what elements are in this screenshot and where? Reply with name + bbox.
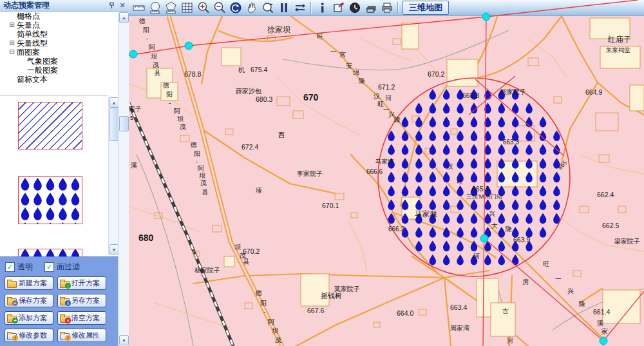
save-as-plan-button[interactable]: i另存方案 [57, 294, 106, 307]
open-plan-button[interactable]: ↓打开方案 [57, 276, 106, 290]
map-label: 666.6 [366, 168, 383, 175]
map-label: 662.5 [602, 222, 619, 229]
modify-params-button[interactable]: /修改参数 [5, 329, 53, 342]
map-viewport[interactable]: 徐家坝红庙子朱家祠堂机675.4薛家沙包680.3678.8670671.267… [129, 16, 644, 346]
tree-item-2[interactable]: 简单线型 [0, 30, 118, 39]
map-label: 茂 [153, 61, 159, 68]
map-label: 县 [202, 188, 209, 195]
map-label: 坝 [151, 53, 157, 60]
modify-props-button[interactable]: /修改属性 [57, 329, 106, 342]
map-label: 摇钱树 [321, 292, 342, 300]
map-label: 663.3 [503, 139, 519, 146]
map-label: 阳 [143, 26, 149, 34]
plan-manager-panel: 动态预案管理 ✕ 栅格点⊞矢量点简单线型⊞矢量线型⊟面图案气象图案一般图案箭标文… [0, 0, 129, 346]
map-label: 隆 [359, 77, 365, 84]
tree-item-label: 简单线型 [17, 30, 48, 39]
pan-hand-icon[interactable] [243, 0, 260, 15]
map-label: 兴 [489, 210, 495, 217]
measure-area-icon[interactable] [163, 0, 179, 15]
map-label: 河 [507, 337, 513, 344]
map-label: 汉 [374, 93, 380, 100]
map-label: 大 [491, 222, 498, 229]
tree-item-0[interactable]: 栅格点 [0, 12, 118, 21]
checkbox-box[interactable]: ✓ [44, 262, 54, 272]
scroll-down-icon[interactable]: ▼ [109, 244, 118, 255]
tree-item-6[interactable]: 一般图案 [0, 66, 118, 75]
map-label: 河 [473, 253, 480, 260]
checkbox-box[interactable]: ✓ [5, 262, 15, 272]
expand-icon[interactable]: ⊞ [8, 22, 15, 29]
expand-icon[interactable]: ⊞ [8, 40, 15, 47]
map-label: 阿 [174, 108, 180, 115]
close-icon[interactable]: ✕ [118, 1, 127, 10]
zoom-out-icon[interactable] [211, 0, 227, 15]
collapse-icon[interactable]: ⊟ [8, 49, 15, 56]
checkbox-0[interactable]: ✓透明 [5, 262, 33, 273]
save-plan-button[interactable]: ▪保存方案 [5, 294, 53, 307]
map-label: 一 [330, 48, 337, 55]
scroll-down-icon[interactable]: ▼ [119, 335, 129, 345]
map-label: 房 [522, 278, 529, 285]
map-label: 李家院子 [297, 170, 323, 177]
pause-icon[interactable] [276, 0, 292, 15]
pattern-swatch-raindrops[interactable] [18, 176, 82, 224]
add-plan-button[interactable]: +添加方案 [5, 311, 53, 325]
map-label: 杨家院子 [194, 267, 220, 274]
map-label: 茂 [200, 179, 207, 186]
clear-plan-button[interactable]: ×清空方案 [57, 311, 106, 325]
toolbar-separator [397, 2, 399, 14]
grid-icon[interactable] [179, 0, 195, 15]
new-plan-button[interactable]: 新建方案 [5, 276, 53, 290]
3d-map-button[interactable]: 三维地图 [402, 1, 449, 15]
modify-props-icon: / [60, 332, 70, 340]
modify-params-icon: / [7, 332, 17, 340]
plot-icon[interactable] [363, 0, 379, 15]
scroll-up-icon[interactable]: ▲ [109, 97, 118, 108]
print-icon[interactable] [379, 0, 395, 15]
zoom-in-icon[interactable] [195, 0, 211, 15]
map-label: 院子 [129, 106, 141, 112]
tree-item-7[interactable]: 箭标文本 [0, 75, 118, 84]
export-icon[interactable] [330, 0, 346, 15]
checkbox-1[interactable]: ✓面过滤 [44, 262, 80, 273]
button-label: 新建方案 [19, 278, 47, 288]
layer-tree: 栅格点⊞矢量点简单线型⊞矢量线型⊟面图案气象图案一般图案箭标文本 [0, 12, 118, 95]
tree-item-5[interactable]: 气象图案 [0, 57, 118, 66]
tree-item-4[interactable]: ⊟面图案 [0, 48, 118, 57]
map-label: 675.4 [251, 66, 267, 73]
map-label: 坝 [177, 115, 184, 122]
tree-item-3[interactable]: ⊞矢量线型 [0, 39, 118, 48]
clear-plan-icon: × [60, 314, 70, 322]
tree-item-1[interactable]: ⊞矢量点 [0, 21, 118, 30]
previous-view-icon[interactable] [227, 0, 243, 15]
pin-icon[interactable] [107, 1, 116, 10]
map-label: 663.4 [450, 303, 467, 311]
map-label: 隆 [394, 116, 401, 123]
tree-item-label: 一般图案 [27, 66, 58, 75]
map-label: 663.9 [513, 236, 530, 244]
map-label: 旺 [317, 33, 323, 40]
preview-scrollbar[interactable]: ▲ ▼ [108, 97, 118, 255]
measure-circle-icon[interactable] [147, 0, 163, 15]
zoom-window-icon[interactable] [260, 0, 276, 15]
map-label: 坝 [199, 172, 205, 179]
identify-info-icon[interactable] [314, 0, 330, 15]
pattern-swatch-hatch[interactable] [18, 102, 82, 149]
tree-item-label: 面图案 [17, 48, 40, 57]
map-label: 县 [243, 258, 250, 265]
map-label: 678.8 [184, 70, 201, 78]
map-label: 坝 [234, 244, 241, 251]
refresh-swap-icon[interactable] [292, 0, 308, 15]
map-label: 旺 [543, 260, 549, 267]
scroll-up-icon[interactable]: ▲ [119, 12, 129, 23]
panel-scrollbar[interactable]: ▲ ▼ [118, 12, 129, 346]
history-clock-icon[interactable] [346, 0, 363, 15]
map-label: 梁家院子 [614, 238, 640, 245]
scrollbar-thumb[interactable] [119, 116, 129, 131]
measure-distance-icon[interactable] [131, 0, 147, 15]
panel-header: 动态预案管理 ✕ [0, 0, 129, 12]
new-plan-icon [7, 280, 17, 287]
map-label: 兴 [567, 287, 574, 294]
map-label: 德 [162, 82, 169, 89]
scrollbar-thumb[interactable] [109, 108, 118, 141]
